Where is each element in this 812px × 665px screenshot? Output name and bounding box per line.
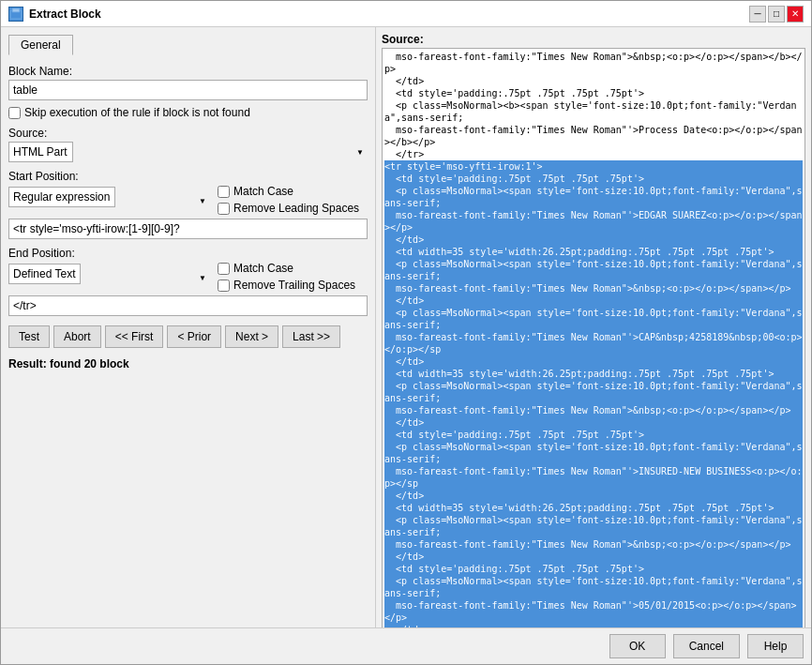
source-line: mso-fareast-font-family:"Times New Roman… [384, 404, 803, 416]
end-match-case-label: Match Case [233, 262, 293, 275]
end-remove-trailing-label: Remove Trailing Spaces [233, 279, 355, 292]
source-dropdown[interactable]: HTML Part [8, 142, 73, 162]
start-position-dropdown[interactable]: Regular expression [8, 187, 115, 207]
source-line: </td> [384, 295, 803, 307]
cancel-button[interactable]: Cancel [673, 634, 740, 658]
source-line: <td width=35 style='width:26.25pt;paddin… [384, 246, 803, 258]
end-right-col: Match Case Remove Trailing Spaces [218, 245, 368, 292]
test-button[interactable]: Test [8, 325, 50, 348]
source-line: <p class=MsoNormal><span style='font-siz… [384, 441, 803, 465]
source-line: mso-fareast-font-family:"Times New Roman… [384, 599, 803, 624]
navigation-buttons: Test Abort << First < Prior Next > Last … [8, 325, 368, 348]
source-line: mso-fareast-font-family:"Times New Roman… [384, 465, 803, 490]
source-line: <p class=MsoNormal><span style='font-siz… [384, 514, 803, 538]
window-icon [8, 7, 23, 22]
source-line: </td> [384, 490, 803, 502]
start-left-col: Start Position: Regular expression [8, 168, 210, 215]
start-position-section: Start Position: Regular expression Match… [8, 168, 368, 239]
end-remove-trailing-row: Remove Trailing Spaces [218, 279, 368, 292]
start-match-case-label: Match Case [233, 185, 293, 198]
block-name-label: Block Name: [8, 65, 368, 78]
end-remove-trailing-checkbox[interactable] [218, 280, 230, 292]
left-panel: General Block Name: Skip execution of th… [1, 27, 376, 627]
title-bar: Extract Block ─ □ ✕ [1, 1, 811, 27]
result-text: Result: found 20 block [8, 357, 368, 370]
source-line: mso-fareast-font-family:"Times New Roman… [384, 124, 803, 148]
start-match-case-row: Match Case [218, 185, 368, 198]
start-remove-leading-row: Remove Leading Spaces [218, 202, 368, 215]
skip-checkbox[interactable] [8, 107, 21, 119]
source-line: mso-fareast-font-family:"Times New Roman… [384, 538, 803, 551]
start-position-label: Start Position: [8, 170, 210, 183]
skip-label: Skip execution of the rule if block is n… [24, 106, 250, 119]
minimize-button[interactable]: ─ [749, 6, 766, 23]
source-line: mso-fareast-font-family:"Times New Roman… [384, 51, 803, 75]
source-line: <td style='padding:.75pt .75pt .75pt .75… [384, 429, 803, 441]
start-remove-leading-checkbox[interactable] [218, 203, 230, 215]
source-line: <p class=MsoNormal><span style='font-siz… [384, 258, 803, 282]
help-button[interactable]: Help [747, 634, 804, 658]
source-line: </td> [384, 234, 803, 246]
source-dropdown-wrapper: HTML Part [8, 142, 368, 162]
start-dropdown-wrapper: Regular expression [8, 187, 210, 215]
source-line: mso-fareast-font-family:"Times New Roman… [384, 209, 803, 234]
end-position-input[interactable] [8, 295, 368, 316]
end-match-case-row: Match Case [218, 262, 368, 275]
source-line: <td width=35 style='width:26.25pt;paddin… [384, 502, 803, 514]
source-line: <p class=MsoNormal><span style='font-siz… [384, 575, 803, 599]
source-field-label: Source: [8, 127, 368, 140]
tab-bar: General [8, 35, 368, 55]
ok-button[interactable]: OK [609, 634, 666, 658]
svg-rect-1 [12, 8, 20, 12]
skip-checkbox-row: Skip execution of the rule if block is n… [8, 106, 368, 119]
source-line: <td style='padding:.75pt .75pt .75pt .75… [384, 563, 803, 575]
end-position-dropdown[interactable]: Defined Text [8, 264, 81, 284]
source-line: </td> [384, 355, 803, 368]
tab-general[interactable]: General [8, 35, 73, 55]
source-group: Source: HTML Part [8, 125, 368, 162]
start-match-case-checkbox[interactable] [218, 186, 230, 198]
block-name-group: Block Name: [8, 65, 368, 100]
end-position-section: End Position: Defined Text Match Case [8, 245, 368, 316]
main-content: General Block Name: Skip execution of th… [1, 27, 811, 627]
close-button[interactable]: ✕ [787, 6, 804, 23]
source-line: <p class=MsoNormal><b><span style='font-… [384, 99, 803, 124]
source-line: </td> [384, 416, 803, 429]
start-position-input[interactable] [8, 219, 368, 239]
source-line: <td width=35 style='width:26.25pt;paddin… [384, 368, 803, 380]
start-right-col: Match Case Remove Leading Spaces [218, 168, 368, 215]
source-content[interactable]: mso-fareast-font-family:"Times New Roman… [382, 48, 805, 627]
block-name-input[interactable] [8, 80, 368, 100]
footer-bar: OK Cancel Help [1, 627, 811, 664]
extract-block-window: Extract Block ─ □ ✕ General Block Name: … [0, 0, 812, 665]
end-position-label: End Position: [8, 247, 210, 260]
start-position-row: Start Position: Regular expression Match… [8, 168, 368, 215]
start-remove-leading-label: Remove Leading Spaces [233, 202, 359, 215]
source-line: <td style='padding:.75pt .75pt .75pt .75… [384, 173, 803, 185]
end-left-col: End Position: Defined Text [8, 245, 210, 292]
abort-button[interactable]: Abort [53, 325, 101, 348]
source-outer: mso-fareast-font-family:"Times New Roman… [382, 48, 805, 627]
source-line: <p class=MsoNormal><span style='font-siz… [384, 307, 803, 331]
window-title: Extract Block [29, 8, 101, 21]
end-match-case-checkbox[interactable] [218, 263, 230, 275]
source-line: <p class=MsoNormal><span style='font-siz… [384, 185, 803, 209]
source-line: <tr style='mso-yfti-irow:1'> [384, 160, 803, 173]
last-button[interactable]: Last >> [282, 325, 340, 348]
source-panel-label: Source: [382, 33, 805, 46]
source-line: mso-fareast-font-family:"Times New Roman… [384, 282, 803, 295]
title-bar-left: Extract Block [8, 7, 101, 22]
first-button[interactable]: << First [105, 325, 164, 348]
title-controls: ─ □ ✕ [749, 6, 804, 23]
end-position-row: End Position: Defined Text Match Case [8, 245, 368, 292]
source-line: <p class=MsoNormal><span style='font-siz… [384, 380, 803, 404]
prior-button[interactable]: < Prior [167, 325, 221, 348]
maximize-button[interactable]: □ [768, 6, 785, 23]
source-line: </td> [384, 551, 803, 563]
next-button[interactable]: Next > [225, 325, 278, 348]
source-line: </tr> [384, 148, 803, 160]
source-line: <td style='padding:.75pt .75pt .75pt .75… [384, 87, 803, 99]
end-dropdown-wrapper: Defined Text [8, 264, 210, 292]
right-panel: Source: mso-fareast-font-family:"Times N… [376, 27, 811, 627]
source-line: </td> [384, 75, 803, 87]
